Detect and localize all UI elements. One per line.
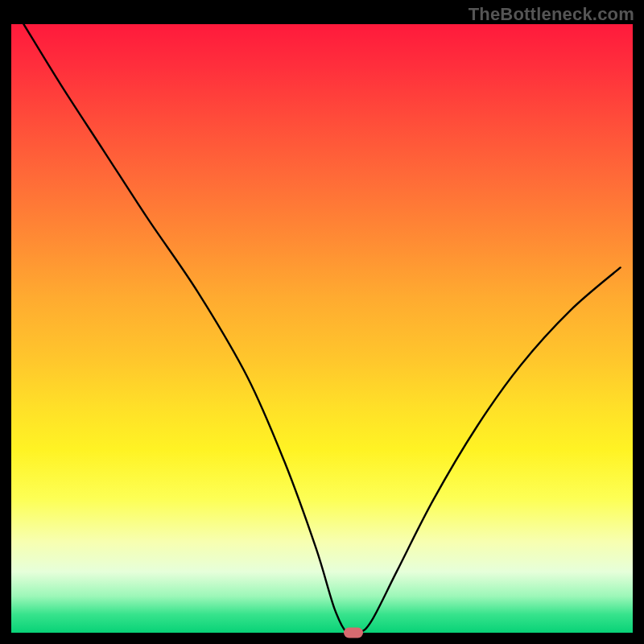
chart-frame: TheBottleneck.com: [0, 0, 644, 644]
optimum-marker: [344, 628, 363, 638]
watermark-text: TheBottleneck.com: [469, 4, 634, 25]
plot-area: [11, 24, 633, 633]
bottleneck-curve: [11, 24, 633, 633]
